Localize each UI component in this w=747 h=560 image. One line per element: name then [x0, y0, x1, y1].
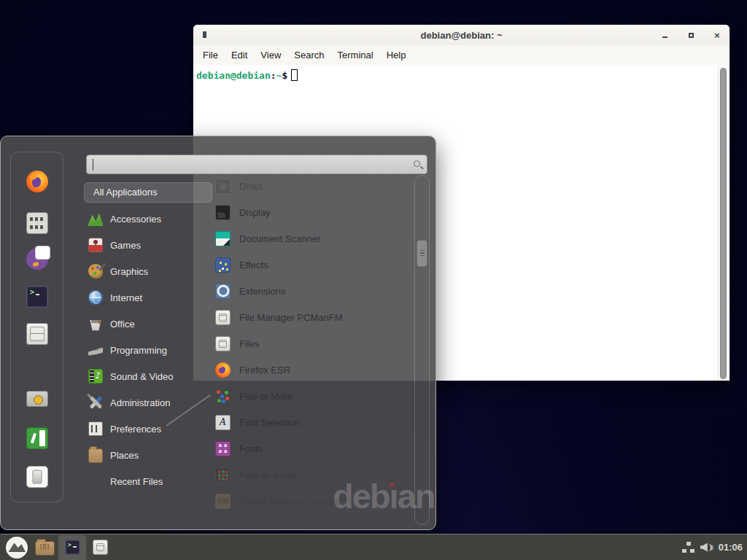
app-file-manager-pcmanfm[interactable]: File Manager PCManFM — [211, 304, 414, 330]
app-extensions[interactable]: Extensions — [211, 278, 414, 304]
taskbar-launcher-file-manager[interactable] — [31, 535, 58, 560]
category-internet[interactable]: Internet — [84, 284, 212, 311]
taskbar-launcher-terminal[interactable] — [58, 535, 86, 560]
app-disks[interactable]: Disks — [211, 173, 414, 199]
internet-icon — [88, 290, 103, 305]
category-games[interactable]: Games — [84, 232, 212, 258]
app-document-scanner[interactable]: Document Scanner — [211, 225, 414, 252]
prompt-user-host: debian@debian — [196, 70, 271, 81]
category-label: Internet — [110, 292, 142, 303]
app-label: Extensions — [239, 286, 286, 297]
soundvideo-icon — [88, 369, 103, 384]
favorite-screensaver[interactable] — [26, 389, 49, 412]
category-label: Places — [110, 450, 139, 461]
docscanner-icon — [215, 231, 231, 246]
network-icon[interactable] — [682, 542, 694, 553]
category-accessories[interactable]: Accessories — [84, 206, 212, 232]
category-graphics[interactable]: Graphics — [84, 258, 212, 284]
cabinet-icon — [26, 323, 48, 345]
graphics-icon — [88, 264, 103, 279]
menubar-item-edit[interactable]: Edit — [225, 47, 254, 63]
games-icon — [88, 238, 103, 252]
category-places[interactable]: Places — [84, 442, 212, 468]
fiveormore-icon — [215, 389, 231, 404]
app-label: Firefox ESR — [239, 365, 290, 376]
display-icon — [215, 205, 231, 220]
terminal-cursor — [291, 69, 298, 81]
favorite-shutdown[interactable] — [26, 465, 49, 489]
favorites-panel — [10, 152, 63, 502]
cabinet-icon — [215, 310, 231, 325]
firefox-icon — [26, 171, 48, 192]
app-display[interactable]: Display — [211, 199, 414, 225]
menu-button[interactable] — [6, 537, 28, 559]
folder-icon — [35, 541, 55, 556]
category-list: All ApplicationsAccessoriesGamesGraphics… — [84, 182, 212, 494]
cabinet-icon — [215, 336, 231, 351]
category-programming[interactable]: Programming — [84, 337, 212, 363]
maximize-icon[interactable] — [686, 30, 696, 40]
terminal-scrollbar[interactable] — [718, 66, 728, 381]
office-icon — [88, 316, 103, 331]
favorite-software-keyboard[interactable] — [26, 211, 49, 235]
shutdown-icon — [26, 466, 48, 488]
search-input[interactable] — [87, 155, 427, 174]
category-administration[interactable]: Administration — [84, 389, 212, 416]
taskbar-launcher-files[interactable] — [86, 535, 114, 560]
app-label: Effects — [239, 260, 268, 271]
programming-icon — [88, 343, 103, 357]
app-gdebi-package-installer[interactable]: GDebi Package Installer — [211, 488, 414, 514]
favorite-firefox[interactable] — [26, 170, 49, 193]
favorite-terminal[interactable] — [26, 285, 49, 308]
favorite-logout[interactable] — [26, 427, 49, 450]
extensions-icon — [215, 284, 231, 299]
app-label: Document Scanner — [239, 233, 320, 244]
category-label: Sound & Video — [110, 371, 174, 382]
category-label: Office — [110, 319, 135, 330]
category-recent-files[interactable]: Recent Files — [84, 468, 212, 494]
app-label: Disks — [239, 181, 263, 192]
app-list-scrollbar-thumb[interactable] — [417, 240, 427, 267]
menubar-item-help[interactable]: Help — [380, 47, 413, 63]
category-label: Recent Files — [110, 476, 163, 487]
terminal-icon — [26, 286, 48, 308]
category-office[interactable]: Office — [84, 311, 212, 337]
app-firefox-esr[interactable]: Firefox ESR — [211, 357, 414, 383]
cabinet-icon — [93, 540, 108, 555]
category-label: Programming — [110, 345, 167, 356]
volume-icon[interactable] — [700, 542, 713, 553]
app-files[interactable]: Files — [211, 330, 414, 357]
application-menu: debıan All ApplicationsAccessoriesGamesG… — [0, 136, 436, 530]
text-caret — [93, 159, 93, 171]
minimize-icon[interactable] — [659, 30, 670, 40]
app-fonts[interactable]: Fonts — [211, 435, 414, 462]
disks-icon — [215, 179, 231, 194]
app-font-selection[interactable]: Font Selection — [211, 409, 414, 435]
menubar-item-search[interactable]: Search — [287, 47, 330, 63]
category-label: Games — [110, 240, 141, 251]
app-effects[interactable]: Effects — [211, 252, 414, 278]
app-label: Five or More — [239, 391, 293, 402]
app-list-scrollbar[interactable] — [414, 175, 430, 525]
menubar-item-file[interactable]: File — [196, 47, 225, 63]
gdebi-icon — [215, 494, 231, 509]
terminal-icon — [65, 540, 80, 555]
terminal-titlebar[interactable]: debian@debian: ~ × — [193, 25, 729, 45]
screensaver-icon — [26, 389, 48, 411]
category-all-applications[interactable]: All Applications — [84, 182, 212, 203]
close-icon[interactable]: × — [712, 30, 722, 40]
terminal-app-icon — [203, 31, 206, 38]
clock[interactable]: 01:06 — [719, 542, 743, 553]
app-five-or-more[interactable]: Five or More — [211, 383, 414, 409]
terminal-scrollbar-thumb[interactable] — [720, 68, 727, 379]
menubar-item-view[interactable]: View — [254, 47, 287, 63]
favorite-pidgin[interactable] — [26, 247, 49, 271]
category-preferences[interactable]: Preferences — [84, 416, 212, 442]
category-sound-video[interactable]: Sound & Video — [84, 363, 212, 389]
menubar-item-terminal[interactable]: Terminal — [331, 47, 380, 63]
terminal-menubar: FileEditViewSearchTerminalHelp — [193, 45, 729, 65]
favorite-file-manager[interactable] — [26, 322, 49, 346]
administration-icon — [88, 395, 103, 410]
app-four-in-a-row[interactable]: Four-in-a-row — [211, 462, 414, 488]
fontselection-icon — [215, 415, 231, 430]
